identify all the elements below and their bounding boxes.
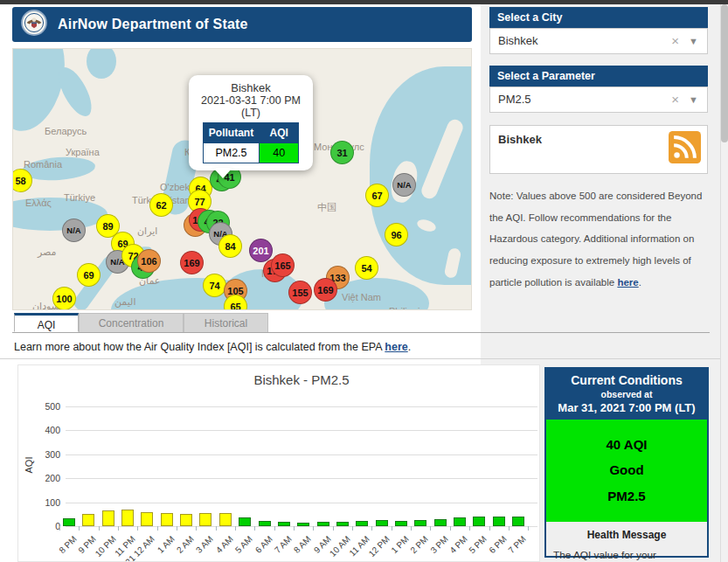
aqi-marker[interactable]: 62: [149, 193, 173, 217]
x-axis-tick-label: 4 AM: [214, 534, 235, 555]
city-select[interactable]: Bishkek × ▼: [489, 28, 708, 54]
y-axis-tick-label: 200: [25, 473, 60, 483]
aqi-marker[interactable]: 165: [271, 253, 295, 277]
map-place-label: 中国: [317, 201, 336, 214]
chart-gridline: [66, 430, 537, 431]
x-axis-tick: [528, 526, 529, 531]
popup-col-pollutant: Pollutant: [203, 123, 259, 143]
aqi-bar[interactable]: [199, 513, 211, 526]
x-axis-tick-label: 6 PM: [487, 534, 508, 555]
x-axis-tick: [99, 526, 100, 531]
x-axis-tick: [216, 526, 217, 531]
tab-historical[interactable]: Historical: [184, 313, 268, 332]
x-axis-tick: [235, 526, 236, 531]
x-axis-tick: [371, 526, 372, 531]
popup-table: Pollutant AQI PM2.5 40: [203, 122, 299, 163]
aqi-marker[interactable]: N/A: [392, 173, 416, 197]
aqi-bar[interactable]: [473, 517, 485, 526]
y-axis-tick-label: 0: [25, 521, 60, 531]
aqi-bar[interactable]: [121, 510, 134, 526]
chevron-down-icon[interactable]: ▼: [689, 87, 698, 112]
aqi-marker[interactable]: 69: [77, 263, 101, 287]
map-place-label: Türkiye: [64, 192, 95, 203]
x-axis-tick: [59, 526, 60, 531]
note-text: Note: Values above 500 are considered Be…: [489, 191, 702, 288]
aqi-marker[interactable]: 96: [385, 223, 408, 246]
aqi-bar[interactable]: [414, 520, 426, 526]
map-popup: Bishkek 2021-03-31 7:00 PM (LT) Pollutan…: [189, 75, 313, 170]
aqi-bar[interactable]: [141, 512, 153, 526]
x-axis-tick: [157, 526, 158, 531]
chevron-down-icon[interactable]: ▼: [689, 29, 698, 53]
clear-parameter-icon[interactable]: ×: [671, 87, 679, 112]
aqi-marker[interactable]: 155: [288, 281, 312, 304]
x-axis-tick-label: 6 AM: [253, 534, 274, 555]
aqi-marker[interactable]: 169: [180, 251, 204, 274]
aqi-bar[interactable]: [336, 522, 349, 526]
aqi-bar[interactable]: [434, 519, 447, 526]
clear-city-icon[interactable]: ×: [671, 29, 679, 53]
chart-tabs: AQIConcentrationHistorical: [14, 313, 268, 333]
tab-concentration[interactable]: Concentration: [79, 313, 184, 332]
popup-timezone: (LT): [194, 107, 308, 119]
x-axis-tick-label: 5 AM: [233, 534, 254, 555]
aqi-bar[interactable]: [219, 513, 232, 526]
aqi-marker[interactable]: 106: [137, 249, 161, 273]
aqi-bar[interactable]: [278, 522, 290, 526]
page-title: AirNow Department of State: [58, 17, 248, 32]
scrollbar-thumb[interactable]: [721, 4, 728, 142]
aqi-summary: 40 AQI Good PM2.5: [546, 420, 707, 522]
note-suffix: .: [639, 277, 641, 288]
aqi-marker[interactable]: N/A: [62, 219, 86, 242]
aqi-bar[interactable]: [161, 513, 173, 526]
aqi-marker[interactable]: 201: [249, 239, 273, 262]
aqi-bar[interactable]: [102, 510, 114, 526]
aqi-bar[interactable]: [82, 514, 94, 526]
x-axis-tick: [254, 526, 255, 531]
note-here-link[interactable]: here: [617, 277, 638, 288]
y-axis-tick-label: 300: [25, 449, 60, 460]
tab-aqi[interactable]: AQI: [14, 313, 79, 332]
beyond-aqi-note: Note: Values above 500 are considered Be…: [489, 185, 710, 294]
aqi-bar[interactable]: [512, 517, 524, 526]
observed-at-label: observed at: [548, 389, 705, 399]
map-place-label: اليمن: [114, 296, 135, 308]
aqi-marker[interactable]: 74: [203, 274, 226, 297]
select-city-header: Select a City: [489, 7, 708, 28]
page-scrollbar[interactable]: [720, 4, 728, 562]
aqi-bar[interactable]: [356, 521, 368, 526]
aqi-bar[interactable]: [454, 517, 466, 526]
x-axis-tick-label: 8 PM: [57, 534, 78, 555]
x-axis-tick: [313, 526, 314, 531]
aqi-bar[interactable]: [239, 517, 251, 526]
x-axis-tick-label: 10 AM: [328, 534, 352, 559]
x-axis-tick: [411, 526, 412, 531]
aqi-bar[interactable]: [63, 518, 75, 526]
rss-feed-box: Bishkek: [489, 125, 708, 174]
aqi-bar[interactable]: [259, 521, 271, 526]
air-quality-map[interactable]: БеларусьУкраїнаҚазақстанRomâniaΕλλάςTürk…: [12, 48, 472, 310]
aqi-bar[interactable]: [180, 514, 192, 526]
epa-here-link[interactable]: here: [385, 341, 407, 353]
popup-col-aqi: AQI: [260, 123, 299, 143]
aqi-bar[interactable]: [395, 521, 407, 526]
x-axis-tick-label: 1 AM: [156, 534, 177, 555]
aqi-marker[interactable]: 169: [314, 278, 337, 302]
aqi-bar[interactable]: [493, 517, 505, 526]
x-axis-tick: [509, 526, 510, 531]
aqi-bar[interactable]: [317, 522, 329, 526]
aqi-marker[interactable]: 58: [12, 169, 32, 192]
parameter-select[interactable]: PM2.5 × ▼: [489, 87, 708, 113]
aqi-marker[interactable]: 31: [330, 141, 354, 164]
rss-icon[interactable]: [669, 131, 701, 167]
aqi-marker[interactable]: 84: [218, 234, 242, 258]
aqi-marker[interactable]: 100: [52, 287, 76, 310]
aqi-bar[interactable]: [297, 523, 309, 526]
aqi-marker[interactable]: 54: [355, 256, 378, 280]
popup-pointer: [213, 168, 232, 178]
aqi-marker[interactable]: 67: [365, 184, 389, 207]
aqi-bar[interactable]: [376, 520, 388, 526]
chart-gridline: [66, 454, 537, 455]
x-axis-tick-label: 10 PM: [93, 534, 117, 559]
popup-datetime: 2021-03-31 7:00 PM: [194, 94, 308, 107]
